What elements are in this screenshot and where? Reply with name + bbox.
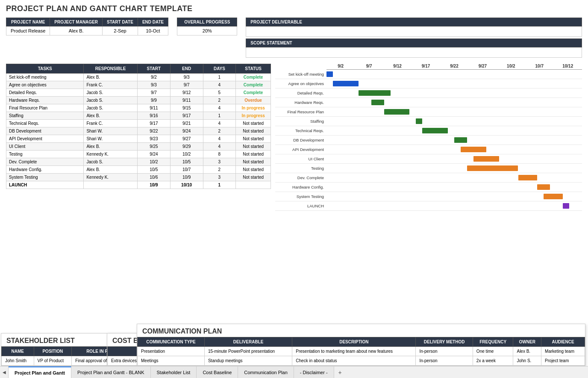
tab-item[interactable]: Stakeholder List: [151, 366, 197, 378]
tab-nav-prev[interactable]: ◀: [0, 366, 9, 378]
task-cell: 4: [203, 120, 236, 127]
gantt-row-bars: [326, 117, 582, 126]
gantt-row-label: DB Development: [275, 138, 326, 142]
tabs-bar: ◀ Project Plan and GanttProject Plan and…: [0, 366, 588, 378]
gantt-row: Hardware Config.: [275, 183, 582, 192]
task-cell: 9/24: [170, 127, 203, 135]
comm-col-header: DELIVERY METHOD: [416, 337, 473, 347]
task-cell: 2: [203, 97, 236, 104]
gantt-row-label: Dev. Complete: [275, 175, 326, 180]
task-cell: 2: [203, 166, 236, 174]
gantt-bar: [333, 81, 359, 86]
gantt-bar: [461, 147, 486, 152]
gantt-date-label: 9/12: [383, 64, 412, 69]
tab-item[interactable]: Project Plan and Gantt - BLANK: [71, 366, 151, 378]
gantt-date-label: 10/7: [525, 64, 553, 69]
deliverable-header: PROJECT DELIVERABLE: [246, 18, 582, 27]
gantt-date-label: 9/2: [326, 64, 355, 69]
gantt-row-bars: [326, 154, 582, 164]
table-row: DB DevelopmentShari W.9/229/242Not start…: [6, 127, 271, 135]
gantt-row-label: Testing: [275, 166, 326, 171]
gantt-row: LAUNCH: [275, 201, 582, 211]
stakeholder-col-header: NAME: [2, 347, 34, 356]
task-cell: Technical Reqs.: [6, 120, 84, 127]
comm-row: Presentation15-minute PowerPoint present…: [138, 347, 585, 356]
task-cell: 4: [203, 81, 236, 89]
task-cell: 4: [203, 135, 236, 143]
comm-cell: Alex B.: [513, 347, 541, 356]
gantt-row-bars: [326, 70, 582, 79]
overall-progress-value: 20%: [177, 27, 237, 35]
task-cell: Jacob S.: [84, 89, 138, 97]
gantt-row-bars: [326, 173, 582, 183]
table-row: StaffingAlex B.9/169/171In progress: [6, 112, 271, 120]
col-end-date: END DATE: [138, 18, 168, 27]
comm-col-header: FREQUENCY: [473, 337, 513, 347]
main-content: PROJECT PLAN AND GANTT CHART TEMPLATE PR…: [0, 0, 588, 219]
gantt-row: Detailed Reqs.: [275, 89, 582, 98]
comm-cell: 2x a week: [473, 356, 513, 366]
tab-item[interactable]: - Disclaimer -: [294, 366, 334, 378]
gantt-bar: [454, 137, 467, 143]
gantt-bar: [371, 100, 384, 105]
comm-cell: John S.: [513, 356, 541, 366]
task-cell: 10/6: [138, 174, 171, 181]
gantt-row-label: LAUNCH: [275, 204, 326, 208]
gantt-date-label: 10/2: [497, 64, 525, 69]
comm-col-header: AUDIENCE: [541, 337, 585, 347]
tab-item[interactable]: Project Plan and Gantt: [9, 366, 71, 378]
tasks-gantt: TASKSRESPONSIBLESTARTENDDAYSSTATUS Set k…: [6, 64, 582, 211]
task-cell: Kennedy K.: [84, 151, 138, 158]
task-cell: Hardware Config.: [6, 166, 84, 174]
stakeholder-col-header: POSITION: [34, 347, 72, 356]
gantt-row-bars: [326, 89, 582, 98]
task-cell: 10/5: [138, 166, 171, 174]
gantt-row-bars: [326, 183, 582, 192]
tab-item[interactable]: Cost Baseline: [197, 366, 238, 378]
task-cell: 9/11: [138, 104, 171, 112]
task-cell: 1: [203, 112, 236, 120]
task-cell: Complete: [236, 81, 271, 89]
gantt-bar: [563, 203, 569, 209]
project-info-section: PROJECT NAME PROJECT MANAGER START DATE …: [6, 18, 582, 58]
comm-cell: Meetings: [138, 356, 205, 366]
gantt-row-bars: [326, 98, 582, 107]
tab-item[interactable]: Communication Plan: [238, 366, 294, 378]
table-row: Set kick-off meetingAlex B.9/29/31Comple…: [6, 74, 271, 81]
task-cell: Alex B.: [84, 166, 138, 174]
task-cell: 4: [203, 104, 236, 112]
gantt-date-label: 9/17: [412, 64, 440, 69]
task-cell: Alex B.: [84, 74, 138, 81]
gantt-bar: [544, 194, 563, 199]
task-cell: Not started: [236, 166, 271, 174]
task-cell: System Testing: [6, 174, 84, 181]
task-cell: 10/7: [170, 166, 203, 174]
gantt-date-label: 9/7: [355, 64, 383, 69]
start-date-value: 2-Sep: [103, 27, 138, 35]
gantt-row-label: Staffing: [275, 119, 326, 124]
comm-row: MeetingsStandup meetingsCheck in about s…: [138, 356, 585, 366]
task-cell: Overdue: [236, 97, 271, 104]
task-cell: 9/17: [138, 120, 171, 127]
task-cell: Not started: [236, 135, 271, 143]
task-cell: 10/5: [170, 158, 203, 166]
deliverable-body: [246, 27, 582, 37]
project-info-table: PROJECT NAME PROJECT MANAGER START DATE …: [6, 18, 168, 35]
task-cell: 9/29: [170, 143, 203, 151]
page-container: PROJECT PLAN AND GANTT CHART TEMPLATE PR…: [0, 0, 588, 378]
end-date-value: 10-Oct: [138, 27, 168, 35]
tasks-col-header: STATUS: [236, 64, 271, 74]
col-project-name: PROJECT NAME: [6, 18, 50, 27]
comm-cell: Presentation to marketing team about new…: [292, 347, 416, 356]
gantt-bar: [467, 165, 518, 171]
tab-add-button[interactable]: +: [334, 366, 346, 378]
task-cell: 9/3: [170, 74, 203, 81]
gantt-bar: [537, 184, 550, 190]
table-row: Agree on objectivesFrank C.9/39/74Comple…: [6, 81, 271, 89]
task-cell: 9/17: [170, 112, 203, 120]
gantt-row-label: UI Client: [275, 157, 326, 161]
gantt-row-label: Final Resource Plan: [275, 109, 326, 114]
tasks-col-header: START: [138, 64, 171, 74]
comm-col-header: COMMUNICATION TYPE: [138, 337, 205, 347]
task-cell: Jacob S.: [84, 158, 138, 166]
